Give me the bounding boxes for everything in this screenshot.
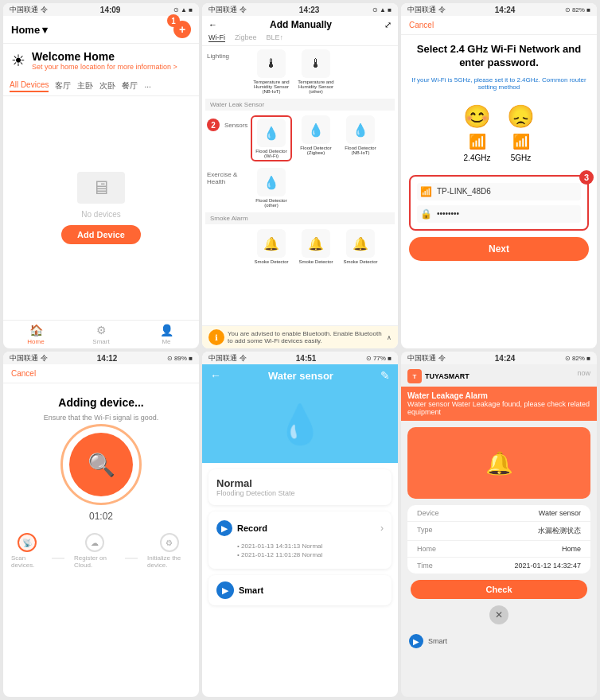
flood-other-icon: 💧 bbox=[257, 168, 286, 196]
back-icon[interactable]: ← bbox=[208, 20, 217, 29]
tuyasmart-badge: T TUYASMART bbox=[407, 369, 469, 383]
cat-label-sensors: 2 Sensors bbox=[207, 115, 251, 131]
badge-wrapper-3: 3 bbox=[579, 170, 594, 185]
close-button[interactable]: ✕ bbox=[489, 605, 508, 624]
tab-more[interactable]: ... bbox=[144, 80, 150, 92]
home-label: Home bbox=[11, 24, 40, 36]
empty-device-icon: 🖥 bbox=[77, 172, 125, 204]
check-button[interactable]: Check bbox=[411, 580, 587, 599]
step-register: ☁ Register on Cloud. bbox=[74, 533, 115, 569]
wifi-network-name: TP-LINK_48D6 bbox=[437, 187, 491, 196]
smoke-3-label: Smoke Detector bbox=[343, 259, 377, 264]
smoke-1-label: Smoke Detector bbox=[254, 259, 288, 264]
welcome-title: Welcome Home bbox=[32, 50, 177, 63]
step-scan-label: Scan devices. bbox=[11, 554, 42, 569]
home-nav-icon: 🏠 bbox=[29, 324, 43, 336]
add-button-wrapper: 1 + bbox=[173, 21, 191, 38]
scan-tab-wifi[interactable]: Wi-Fi bbox=[208, 33, 225, 42]
bluetooth-msg: You are advised to enable Bluetooth. Ena… bbox=[228, 330, 384, 344]
happy-icon: 😊 bbox=[463, 103, 491, 130]
add-device-icon-btn[interactable]: + bbox=[173, 21, 191, 38]
scan-tab-ble[interactable]: BLE↑ bbox=[267, 33, 284, 42]
device-flood-other[interactable]: 💧 Flood Detector (other) bbox=[251, 168, 292, 208]
wifi-password-field[interactable]: •••••••• bbox=[437, 209, 459, 218]
wifi-network-row: 📶 TP-LINK_48D6 bbox=[417, 183, 581, 200]
record-box: ▶ Record › • 2021-01-13 14:31:13 Normal … bbox=[208, 511, 392, 569]
cancel-btn-3[interactable]: Cancel bbox=[409, 21, 434, 29]
wifi-router-icon: 📶 bbox=[469, 133, 486, 150]
tab-living-room[interactable]: 客厅 bbox=[55, 80, 71, 92]
tab-second-bedroom[interactable]: 次卧 bbox=[99, 80, 115, 92]
device-flood-nb[interactable]: 💧 Flood Detector (NB-IoT) bbox=[340, 115, 381, 161]
app-name: TUYASMART bbox=[425, 372, 469, 380]
wifi-5-freq: 5GHz bbox=[511, 154, 532, 162]
normal-sub: Flooding Detection State bbox=[216, 489, 384, 497]
status-bar-5: 中国联通 令 14:51 ⊙ 77% ■ bbox=[202, 352, 398, 364]
search-icon-large: 🔍 bbox=[88, 452, 115, 478]
wifi-icon: 📶 bbox=[420, 186, 432, 197]
nav-smart[interactable]: ⚙ Smart bbox=[68, 324, 134, 345]
record-entries: • 2021-01-13 14:31:13 Normal • 2021-01-1… bbox=[216, 539, 384, 562]
smoke-2-label: Smoke Detector bbox=[298, 259, 333, 264]
flood-other-label: Flood Detector (other) bbox=[251, 198, 292, 208]
edit-icon-5[interactable]: ✎ bbox=[380, 369, 390, 382]
wifi-5-option[interactable]: 😞 📶 5GHz bbox=[507, 103, 535, 162]
step-badge-2: 2 bbox=[207, 119, 220, 131]
step-scan: 📡 Scan devices. bbox=[11, 533, 42, 569]
adding-title: Adding device... bbox=[58, 396, 143, 409]
device-flood-zigbee[interactable]: 💧 Flood Detector (Zigbee) bbox=[295, 115, 337, 161]
time-5: 14:51 bbox=[296, 354, 317, 363]
time-value: 2021-01-12 14:32:47 bbox=[514, 562, 581, 570]
scan-tab-zigbee[interactable]: Zigbee bbox=[235, 33, 257, 42]
water-sensor-header: ← Water sensor ✎ bbox=[202, 364, 398, 387]
step-register-label: Register on Cloud. bbox=[74, 554, 115, 569]
wifi-sub-static: If your Wi-Fi is 5GHz, please set it to … bbox=[411, 76, 542, 84]
flood-nb-icon: 💧 bbox=[346, 115, 375, 144]
category-lighting: Lighting 🌡 Temperature and Humidity Sens… bbox=[205, 46, 395, 97]
status-bar-1: 中国联通 令 14:09 ⊙ ▲ ■ bbox=[3, 3, 199, 16]
next-button[interactable]: Next bbox=[409, 237, 589, 261]
header-top: ← Add Manually ⤢ bbox=[208, 19, 392, 30]
carrier-4: 中国联通 令 bbox=[10, 353, 48, 364]
device-smoke-2[interactable]: 🔔 Smoke Detector bbox=[295, 229, 337, 264]
device-flood-wifi[interactable]: 💧 Flood Detector (Wi-Fi) bbox=[251, 115, 292, 161]
tab-master-bedroom[interactable]: 主卧 bbox=[77, 80, 93, 92]
record-arrow[interactable]: › bbox=[380, 523, 384, 534]
device-smoke-1[interactable]: 🔔 Smoke Detector bbox=[251, 229, 292, 264]
time-3: 14:24 bbox=[495, 6, 516, 14]
alarm-card: 🔔 bbox=[407, 427, 590, 499]
back-icon-5[interactable]: ← bbox=[210, 369, 221, 382]
adding-content: Adding device... Ensure that the Wi-Fi s… bbox=[3, 383, 199, 697]
cat-label-smoke bbox=[207, 229, 251, 232]
lock-icon: 🔒 bbox=[420, 208, 432, 220]
adding-sub: Ensure that the Wi-Fi signal is good. bbox=[44, 414, 159, 422]
cat-items-exercise: 💧 Flood Detector (other) bbox=[251, 168, 292, 208]
smart-label-5: Smart bbox=[239, 585, 263, 595]
nav-home[interactable]: 🏠 Home bbox=[3, 324, 68, 345]
record-entry-2-text: 2021-01-12 11:01:28 Normal bbox=[241, 551, 322, 558]
chevron-up-icon[interactable]: ∧ bbox=[387, 334, 392, 341]
normal-title: Normal bbox=[216, 477, 384, 489]
screen-water-sensor: 中国联通 令 14:51 ⊙ 77% ■ ← Water sensor ✎ 💧 … bbox=[202, 352, 398, 697]
tab-dining-room[interactable]: 餐厅 bbox=[122, 80, 138, 92]
resize-icon[interactable]: ⤢ bbox=[384, 20, 392, 30]
device-smoke-3[interactable]: 🔔 Smoke Detector bbox=[340, 229, 381, 264]
timer-display: 01:02 bbox=[89, 511, 113, 522]
welcome-sub[interactable]: Set your home location for more informat… bbox=[32, 63, 177, 71]
smart-row-6: ▶ Smart bbox=[401, 629, 597, 653]
nav-me[interactable]: 👤 Me bbox=[134, 324, 199, 345]
device-temp-humidity-other[interactable]: 🌡 Temperature and Humidity Sensor (other… bbox=[295, 49, 337, 94]
add-manually-content: Lighting 🌡 Temperature and Humidity Sens… bbox=[202, 46, 398, 325]
cancel-btn-4[interactable]: Cancel bbox=[11, 369, 36, 378]
wifi-24-option[interactable]: 😊 📶 2.4GHz bbox=[463, 103, 491, 162]
step-init: ⚙ Initialize the device. bbox=[147, 533, 191, 569]
cat-items-sensors: 💧 Flood Detector (Wi-Fi) 💧 Flood Detecto… bbox=[251, 115, 381, 161]
device-temp-humidity-nb[interactable]: 🌡 Temperature and Humidity Sensor (NB-Io… bbox=[251, 49, 292, 94]
info-card: Device Water sensor Type 水漏检测状态 Home Hom… bbox=[407, 505, 590, 574]
step-badge-3: 3 bbox=[579, 170, 594, 185]
smoke-1-icon: 🔔 bbox=[257, 229, 286, 258]
add-device-button[interactable]: Add Device bbox=[61, 225, 141, 244]
bottom-nav: 🏠 Home ⚙ Smart 👤 Me bbox=[3, 320, 199, 348]
flood-wifi-icon: 💧 bbox=[257, 119, 286, 147]
tab-all-devices[interactable]: All Devices bbox=[10, 80, 49, 92]
